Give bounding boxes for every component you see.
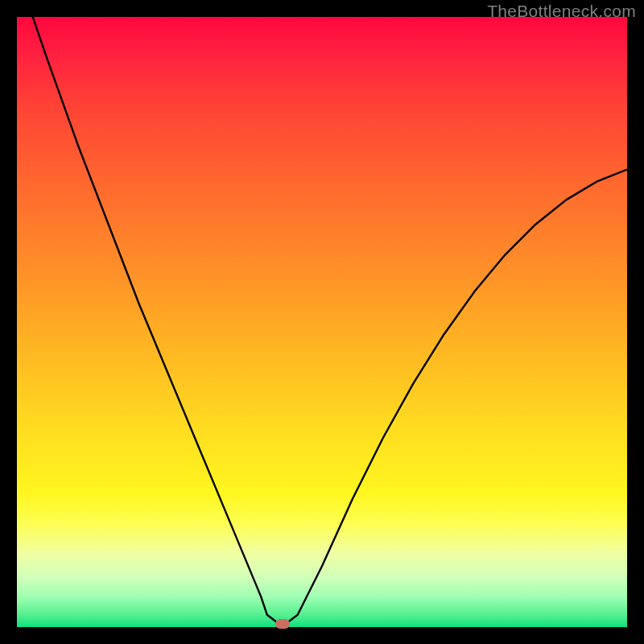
watermark-text: TheBottleneck.com	[487, 2, 636, 21]
chart-frame: TheBottleneck.com	[0, 0, 644, 644]
plot-area	[17, 17, 627, 627]
optimum-marker	[275, 619, 290, 629]
bottleneck-curve	[17, 17, 627, 627]
